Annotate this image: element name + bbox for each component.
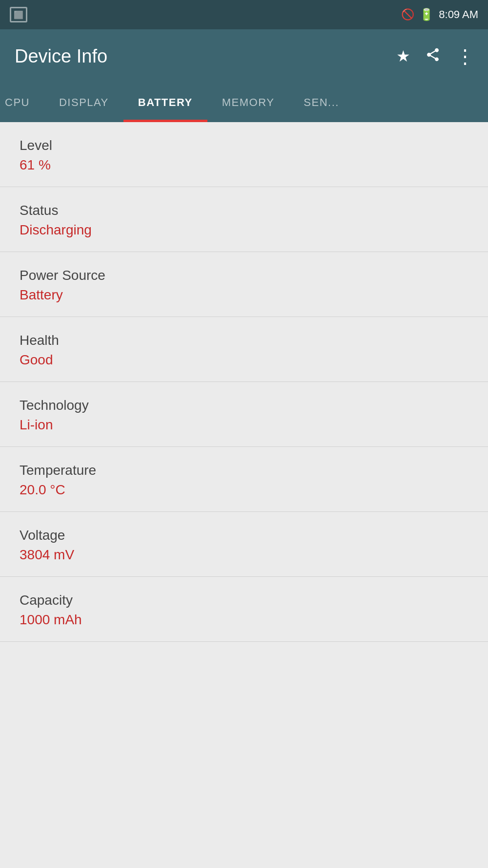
voltage-label: Voltage: [20, 528, 468, 543]
capacity-value: 1000 mAh: [20, 612, 468, 628]
technology-row: Technology Li-ion: [0, 382, 488, 447]
temperature-row: Temperature 20.0 °C: [0, 447, 488, 512]
level-label: Level: [20, 138, 468, 153]
tab-battery[interactable]: BATTERY: [123, 83, 207, 122]
app-bar: Device Info ★ ⋮: [0, 29, 488, 83]
more-options-button[interactable]: ⋮: [455, 45, 473, 67]
sim-icon: 🚫: [401, 8, 414, 21]
share-button[interactable]: [425, 47, 441, 66]
status-time: 8:09 AM: [439, 8, 478, 21]
battery-icon: 🔋: [419, 8, 434, 21]
level-value: 61 %: [20, 157, 468, 173]
app-bar-actions: ★ ⋮: [396, 45, 473, 67]
technology-value: Li-ion: [20, 417, 468, 433]
power-source-label: Power Source: [20, 268, 468, 283]
tab-display[interactable]: DISPLAY: [44, 83, 123, 122]
health-label: Health: [20, 333, 468, 348]
voltage-row: Voltage 3804 mV: [0, 512, 488, 577]
level-row: Level 61 %: [0, 122, 488, 187]
temperature-value: 20.0 °C: [20, 482, 468, 498]
status-bar: ⬜ 🚫 🔋 8:09 AM: [0, 0, 488, 29]
status-bar-left: ⬜: [10, 7, 27, 22]
status-value: Discharging: [20, 222, 468, 238]
tab-sensors[interactable]: SEN...: [289, 83, 354, 122]
screenshot-icon: ⬜: [10, 7, 27, 22]
technology-label: Technology: [20, 398, 468, 413]
favorite-button[interactable]: ★: [396, 47, 410, 65]
health-row: Health Good: [0, 317, 488, 382]
tab-bar: CPU DISPLAY BATTERY MEMORY SEN...: [0, 83, 488, 122]
voltage-value: 3804 mV: [20, 547, 468, 563]
status-label: Status: [20, 203, 468, 218]
temperature-label: Temperature: [20, 463, 468, 478]
status-icons: 🚫 🔋 8:09 AM: [401, 8, 478, 21]
status-row: Status Discharging: [0, 187, 488, 252]
tab-cpu[interactable]: CPU: [0, 83, 44, 122]
power-source-value: Battery: [20, 287, 468, 303]
power-source-row: Power Source Battery: [0, 252, 488, 317]
tab-memory[interactable]: MEMORY: [207, 83, 289, 122]
capacity-row: Capacity 1000 mAh: [0, 577, 488, 642]
page-title: Device Info: [15, 46, 396, 67]
capacity-label: Capacity: [20, 593, 468, 608]
health-value: Good: [20, 352, 468, 368]
battery-content: Level 61 % Status Discharging Power Sour…: [0, 122, 488, 868]
